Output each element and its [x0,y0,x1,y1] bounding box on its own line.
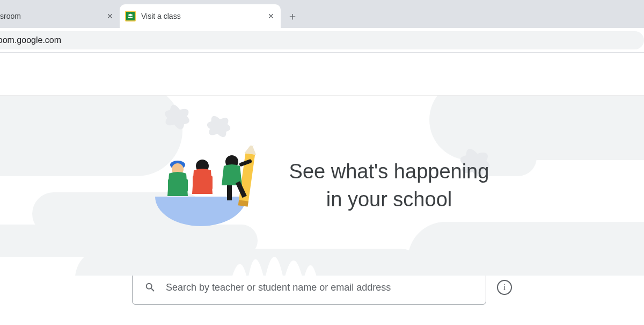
address-bar: classroom.google.com [0,28,644,53]
hero-heading: See what's happening in your school [289,158,489,213]
svg-rect-18 [193,176,196,190]
new-tab-button[interactable]: ＋ [284,8,301,25]
close-icon[interactable]: ✕ [267,12,275,20]
page-header-blank [0,53,644,96]
hero-illustration [155,146,268,226]
close-icon[interactable]: ✕ [106,12,114,20]
info-button[interactable]: i [497,280,512,295]
address-input[interactable]: classroom.google.com [0,31,644,49]
svg-rect-19 [209,176,213,190]
plus-icon: ＋ [287,9,298,24]
browser-tab-0[interactable]: sroom ✕ [0,4,120,28]
tab-title: sroom [0,12,100,20]
browser-tab-1[interactable]: Visit a class ✕ [120,4,281,28]
browser-tab-strip: sroom ✕ Visit a class ✕ ＋ [0,0,644,28]
hero-section: See what's happening in your school [0,96,644,276]
classroom-favicon-icon [125,11,136,21]
address-text: classroom.google.com [0,35,61,45]
info-icon: i [503,283,506,292]
search-icon [144,281,156,293]
hero-heading-line1: See what's happening [289,158,489,185]
hero-heading-line2: in your school [289,186,489,213]
tab-title: Visit a class [141,12,261,20]
svg-rect-23 [184,179,188,192]
svg-rect-15 [227,185,232,200]
search-input[interactable] [166,282,474,293]
svg-rect-22 [168,179,172,192]
grass-icon [231,233,327,276]
